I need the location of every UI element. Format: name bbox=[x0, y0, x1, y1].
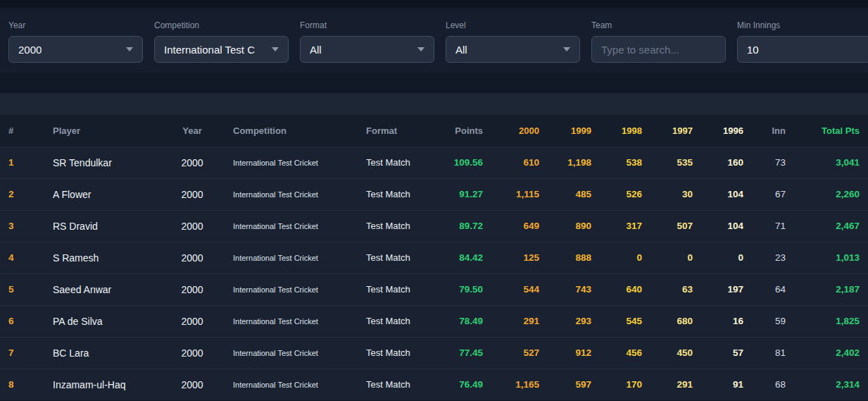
cell-rank: 5 bbox=[0, 273, 44, 305]
filter-competition: Competition International Test C bbox=[154, 20, 289, 73]
cell-year: 2000 bbox=[171, 369, 213, 400]
format-select-value: All bbox=[310, 44, 322, 56]
filter-label-min-innings: Min Innings bbox=[737, 20, 868, 30]
column-header-y1997[interactable]: 1997 bbox=[648, 115, 699, 147]
cell-y2000: 649 bbox=[489, 210, 546, 242]
cell-points: 76.49 bbox=[439, 369, 489, 400]
table-row[interactable]: 1SR Tendulkar2000International Test Cric… bbox=[0, 147, 868, 178]
column-header-y1999[interactable]: 1999 bbox=[546, 115, 598, 147]
cell-y1998: 538 bbox=[598, 147, 648, 178]
cell-y1999: 597 bbox=[546, 369, 598, 400]
cell-total: 2,260 bbox=[792, 178, 868, 210]
level-select[interactable]: All bbox=[446, 36, 580, 63]
cell-y1997: 680 bbox=[648, 305, 699, 337]
filter-label-team: Team bbox=[591, 20, 726, 30]
cell-y1998: 170 bbox=[598, 369, 648, 400]
cell-y1998: 545 bbox=[598, 305, 648, 337]
table-row[interactable]: 7BC Lara2000International Test CricketTe… bbox=[0, 337, 868, 369]
cell-format: Test Match bbox=[347, 242, 439, 273]
cell-y1998: 456 bbox=[598, 337, 648, 369]
cell-player: PA de Silva bbox=[44, 305, 171, 337]
cell-total: 1,013 bbox=[792, 242, 868, 273]
table-row[interactable]: 5Saeed Anwar2000International Test Crick… bbox=[0, 273, 868, 305]
column-header-inn[interactable]: Inn bbox=[750, 115, 792, 147]
column-header-total[interactable]: Total Pts bbox=[792, 115, 868, 147]
cell-player: A Flower bbox=[44, 178, 171, 210]
cell-inn: 68 bbox=[750, 369, 792, 400]
cell-total: 1,825 bbox=[792, 305, 868, 337]
cell-points: 91.27 bbox=[439, 178, 489, 210]
cell-y1996: 57 bbox=[699, 337, 750, 369]
cell-total: 2,402 bbox=[792, 337, 868, 369]
cell-rank: 7 bbox=[0, 337, 44, 369]
column-header-rank[interactable]: # bbox=[0, 115, 44, 147]
cell-y2000: 291 bbox=[489, 305, 546, 337]
cell-y1997: 291 bbox=[648, 369, 699, 400]
cell-year: 2000 bbox=[171, 242, 213, 273]
min-innings-input[interactable] bbox=[737, 36, 868, 63]
cell-rank: 4 bbox=[0, 242, 44, 273]
cell-y1998: 526 bbox=[598, 178, 648, 210]
cell-player: SR Tendulkar bbox=[44, 147, 171, 178]
filter-bar: Year 2000 Competition International Test… bbox=[0, 8, 868, 73]
column-header-points[interactable]: Points bbox=[439, 115, 489, 147]
cell-y1999: 485 bbox=[546, 178, 598, 210]
cell-rank: 8 bbox=[0, 369, 44, 400]
cell-y2000: 610 bbox=[489, 147, 546, 178]
cell-player: RS Dravid bbox=[44, 210, 171, 242]
cell-competition: International Test Cricket bbox=[213, 178, 347, 210]
cell-y1997: 0 bbox=[648, 242, 699, 273]
cell-y1996: 197 bbox=[699, 273, 750, 305]
cell-y1996: 91 bbox=[699, 369, 750, 400]
table-row[interactable]: 8Inzamam-ul-Haq2000International Test Cr… bbox=[0, 369, 868, 400]
column-header-y1996[interactable]: 1996 bbox=[699, 115, 750, 147]
cell-player: Saeed Anwar bbox=[44, 273, 171, 305]
filter-label-format: Format bbox=[300, 20, 434, 30]
section-gap bbox=[0, 73, 868, 93]
cell-y1998: 0 bbox=[598, 242, 648, 273]
cell-total: 2,187 bbox=[792, 273, 868, 305]
table-row[interactable]: 6PA de Silva2000International Test Crick… bbox=[0, 305, 868, 337]
filter-year: Year 2000 bbox=[8, 20, 143, 73]
cell-competition: International Test Cricket bbox=[213, 147, 347, 178]
column-header-year[interactable]: Year bbox=[171, 115, 213, 147]
section-band bbox=[0, 93, 868, 115]
cell-format: Test Match bbox=[347, 178, 439, 210]
cell-y1998: 640 bbox=[598, 273, 648, 305]
level-select-value: All bbox=[455, 44, 467, 56]
column-header-y2000[interactable]: 2000 bbox=[489, 115, 546, 147]
table-row[interactable]: 2A Flower2000International Test CricketT… bbox=[0, 178, 868, 210]
year-select[interactable]: 2000 bbox=[8, 36, 143, 63]
competition-select[interactable]: International Test C bbox=[154, 36, 289, 63]
cell-points: 89.72 bbox=[439, 210, 489, 242]
column-header-y1998[interactable]: 1998 bbox=[598, 115, 648, 147]
competition-select-value: International Test C bbox=[164, 44, 255, 56]
table-row[interactable]: 3RS Dravid2000International Test Cricket… bbox=[0, 210, 868, 242]
cell-y1997: 30 bbox=[648, 178, 699, 210]
cell-y1997: 507 bbox=[648, 210, 699, 242]
cell-year: 2000 bbox=[171, 210, 213, 242]
cell-inn: 59 bbox=[750, 305, 792, 337]
filter-level: Level All bbox=[446, 20, 580, 73]
cell-y1999: 890 bbox=[546, 210, 598, 242]
stats-table: #PlayerYearCompetitionFormatPoints200019… bbox=[0, 115, 868, 400]
cell-y2000: 1,115 bbox=[489, 178, 546, 210]
cell-inn: 23 bbox=[750, 242, 792, 273]
column-header-competition[interactable]: Competition bbox=[213, 115, 347, 147]
cell-y1999: 293 bbox=[546, 305, 598, 337]
cell-y1996: 0 bbox=[699, 242, 750, 273]
cell-y1999: 1,198 bbox=[546, 147, 598, 178]
table-row[interactable]: 4S Ramesh2000International Test CricketT… bbox=[0, 242, 868, 273]
cell-y1997: 450 bbox=[648, 337, 699, 369]
cell-y2000: 1,165 bbox=[489, 369, 546, 400]
format-select[interactable]: All bbox=[300, 36, 434, 63]
cell-year: 2000 bbox=[171, 337, 213, 369]
cell-format: Test Match bbox=[347, 147, 439, 178]
cell-inn: 67 bbox=[750, 178, 792, 210]
column-header-player[interactable]: Player bbox=[44, 115, 171, 147]
filter-label-competition: Competition bbox=[154, 20, 289, 30]
cell-y1996: 160 bbox=[699, 147, 750, 178]
column-header-format[interactable]: Format bbox=[347, 115, 439, 147]
cell-points: 77.45 bbox=[439, 337, 489, 369]
team-search-input[interactable] bbox=[591, 36, 726, 63]
